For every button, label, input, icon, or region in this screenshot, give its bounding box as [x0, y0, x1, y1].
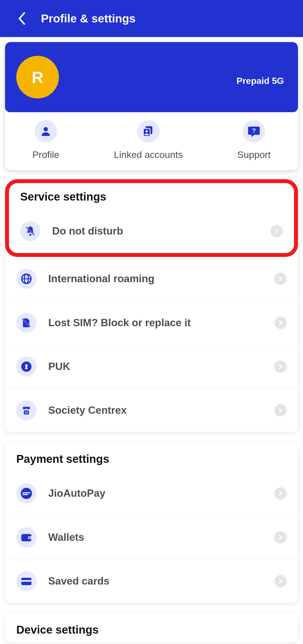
svg-rect-15 — [24, 410, 29, 415]
profile-card: R Prepaid 5G Profile — [5, 42, 298, 170]
section-title-device: Device settings — [5, 613, 298, 642]
svg-point-25 — [29, 537, 30, 538]
row-label: Society Centrex — [48, 404, 274, 416]
svg-rect-27 — [21, 580, 31, 582]
row-label: JioAutoPay — [48, 487, 274, 499]
svg-point-0 — [44, 127, 48, 131]
profile-hero: R Prepaid 5G — [5, 42, 298, 112]
svg-point-21 — [27, 413, 28, 413]
phone-landline-icon — [16, 400, 36, 420]
action-linked-accounts[interactable]: Linked accounts — [114, 120, 183, 160]
chevron-right-icon — [274, 273, 287, 285]
svg-point-17 — [26, 411, 27, 412]
appbar: Profile & settings — [0, 0, 303, 37]
row-saved-cards[interactable]: Saved cards — [5, 559, 298, 603]
action-label: Profile — [32, 149, 59, 160]
chevron-right-icon — [274, 575, 287, 587]
svg-point-16 — [25, 411, 26, 412]
chevron-right-icon — [274, 404, 287, 417]
row-label: Saved cards — [48, 575, 274, 587]
svg-text:?: ? — [252, 127, 256, 134]
plan-badge: Prepaid 5G — [237, 75, 284, 86]
row-label: Wallets — [48, 532, 274, 543]
service-settings-card: Service settings Do not disturb — [5, 179, 298, 432]
content: R Prepaid 5G Profile — [0, 37, 303, 642]
svg-point-20 — [26, 413, 27, 413]
person-icon — [35, 120, 57, 142]
row-label: Lost SIM? Block or replace it — [48, 317, 274, 329]
row-society-centrex[interactable]: Society Centrex — [5, 388, 298, 432]
row-label: PUK — [48, 361, 274, 372]
support-icon: ? — [243, 120, 265, 142]
card-icon — [16, 571, 36, 591]
linked-accounts-icon — [137, 120, 160, 142]
wallet-icon — [16, 527, 36, 548]
row-puk[interactable]: PUK — [5, 344, 298, 388]
row-label: Do not disturb — [52, 225, 270, 237]
row-international-roaming[interactable]: International roaming — [5, 257, 298, 301]
keyhole-icon — [16, 357, 36, 377]
action-profile[interactable]: Profile — [32, 120, 59, 160]
row-lost-sim[interactable]: Lost SIM? Block or replace it — [5, 301, 298, 344]
svg-point-3 — [146, 130, 148, 132]
row-autopay[interactable]: JioAutoPay — [5, 472, 298, 515]
back-button[interactable] — [16, 13, 27, 24]
highlight-annotation: Service settings Do not disturb — [5, 179, 298, 257]
svg-point-19 — [25, 413, 26, 413]
chevron-right-icon — [274, 531, 287, 544]
svg-point-5 — [29, 234, 31, 236]
section-title-service: Service settings — [9, 183, 294, 209]
svg-point-18 — [27, 411, 28, 412]
payment-settings-card: Payment settings JioAutoPay — [5, 442, 298, 603]
chevron-left-icon — [18, 12, 26, 25]
row-label: International roaming — [48, 273, 274, 285]
chevron-right-icon — [274, 360, 287, 373]
section-title-payment: Payment settings — [5, 442, 298, 472]
bell-slash-icon — [20, 221, 40, 241]
page-title: Profile & settings — [41, 12, 136, 25]
avatar[interactable]: R — [16, 56, 59, 98]
chevron-right-icon — [274, 317, 287, 329]
svg-point-14 — [25, 364, 27, 367]
row-wallets[interactable]: Wallets — [5, 515, 298, 559]
chevron-right-icon — [274, 487, 287, 500]
action-label: Linked accounts — [114, 149, 183, 160]
avatar-initial: R — [32, 68, 43, 87]
sim-slash-icon — [16, 313, 36, 333]
device-settings-card: Device settings — [5, 613, 298, 642]
profile-actions: Profile Linked accounts ? — [5, 112, 298, 170]
chevron-right-icon — [270, 225, 283, 237]
globe-icon — [16, 269, 36, 289]
action-label: Support — [237, 149, 271, 160]
autopay-icon — [16, 483, 36, 503]
row-do-not-disturb[interactable]: Do not disturb — [9, 209, 294, 253]
action-support[interactable]: ? Support — [237, 120, 271, 160]
